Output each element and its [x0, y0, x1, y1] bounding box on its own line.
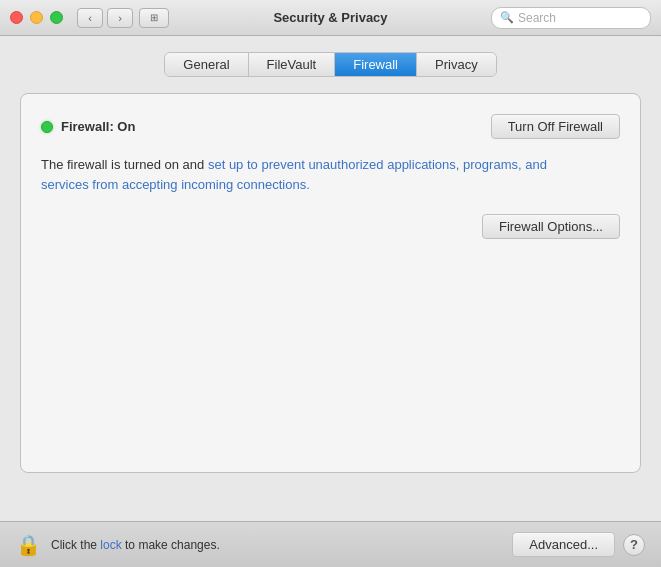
lock-text-before: Click the [51, 538, 100, 552]
bottom-bar: 🔒 Click the lock to make changes. Advanc… [0, 521, 661, 567]
tab-firewall[interactable]: Firewall [335, 53, 417, 76]
back-button[interactable]: ‹ [77, 8, 103, 28]
search-icon: 🔍 [500, 11, 514, 24]
close-button[interactable] [10, 11, 23, 24]
lock-text-after: to make changes. [122, 538, 220, 552]
tab-bar: General FileVault Firewall Privacy [20, 52, 641, 77]
firewall-options-button[interactable]: Firewall Options... [482, 214, 620, 239]
nav-buttons: ‹ › [77, 8, 133, 28]
lock-text: Click the lock to make changes. [51, 538, 220, 552]
app-grid-button[interactable]: ⊞ [139, 8, 169, 28]
tab-privacy[interactable]: Privacy [417, 53, 496, 76]
tab-filevault[interactable]: FileVault [249, 53, 336, 76]
window-title: Security & Privacy [273, 10, 387, 25]
lock-icon: 🔒 [16, 533, 41, 557]
grid-icon: ⊞ [150, 12, 158, 23]
minimize-button[interactable] [30, 11, 43, 24]
traffic-lights [10, 11, 63, 24]
firewall-options-row: Firewall Options... [41, 214, 620, 239]
help-button[interactable]: ? [623, 534, 645, 556]
firewall-status-row: Firewall: On Turn Off Firewall [41, 114, 620, 139]
turn-off-firewall-button[interactable]: Turn Off Firewall [491, 114, 620, 139]
status-indicator [41, 121, 53, 133]
title-bar: ‹ › ⊞ Security & Privacy 🔍 Search [0, 0, 661, 36]
forward-button[interactable]: › [107, 8, 133, 28]
search-bar[interactable]: 🔍 Search [491, 7, 651, 29]
advanced-button[interactable]: Advanced... [512, 532, 615, 557]
search-placeholder: Search [518, 11, 556, 25]
tab-general[interactable]: General [165, 53, 248, 76]
main-content: General FileVault Firewall Privacy Firew… [0, 36, 661, 521]
description-part1: The firewall is turned on and [41, 157, 208, 172]
maximize-button[interactable] [50, 11, 63, 24]
bottom-right-buttons: Advanced... ? [512, 532, 645, 557]
firewall-status-left: Firewall: On [41, 119, 135, 134]
content-box: Firewall: On Turn Off Firewall The firew… [20, 93, 641, 473]
lock-link[interactable]: lock [100, 538, 121, 552]
firewall-status-label: Firewall: On [61, 119, 135, 134]
tab-group: General FileVault Firewall Privacy [164, 52, 496, 77]
firewall-description: The firewall is turned on and set up to … [41, 155, 561, 194]
